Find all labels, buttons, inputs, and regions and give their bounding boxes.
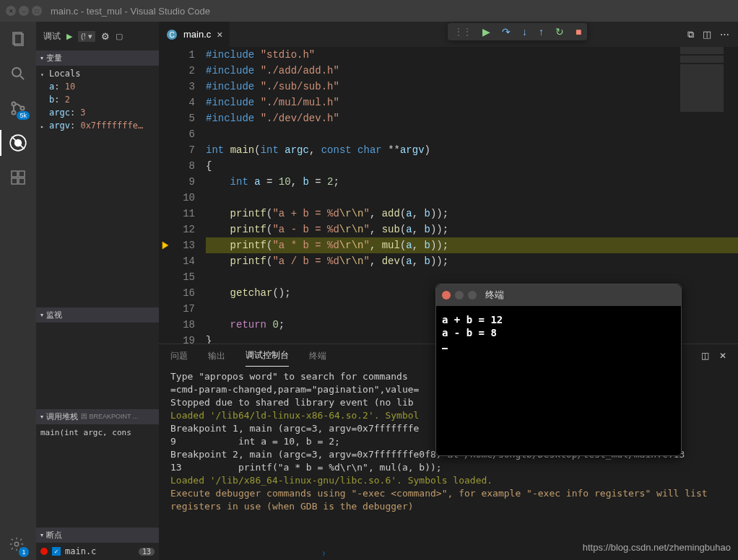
debug-config-select[interactable]: (! ▾: [78, 31, 95, 42]
watch-section[interactable]: ▾监视: [36, 307, 159, 323]
code-line[interactable]: #include "stdio.h": [206, 47, 738, 63]
stop-icon[interactable]: ■: [576, 26, 581, 38]
explorer-icon[interactable]: [8, 29, 28, 49]
code-line[interactable]: #include "./mul/mul.h": [206, 95, 738, 110]
checkbox-icon[interactable]: ✓: [52, 547, 61, 556]
glyph-margin[interactable]: [159, 222, 173, 237]
line-number[interactable]: 10: [173, 190, 195, 206]
code-line[interactable]: printf("a - b = %d\r\n", sub(a, b));: [206, 222, 738, 237]
line-number[interactable]: 4: [173, 95, 195, 110]
code-line[interactable]: int main(int argc, const char **argv): [206, 142, 738, 158]
glyph-margin[interactable]: [159, 95, 173, 110]
var-row[interactable]: argc: 3: [36, 106, 159, 119]
code-line[interactable]: [206, 269, 738, 285]
glyph-margin[interactable]: [159, 79, 173, 95]
term-close-icon[interactable]: [442, 291, 451, 299]
extensions-icon[interactable]: [8, 167, 28, 188]
code-line[interactable]: #include "./dev/dev.h": [206, 110, 738, 126]
code-line[interactable]: int a = 10, b = 2;: [206, 174, 738, 190]
glyph-margin[interactable]: [159, 126, 173, 142]
callstack-section[interactable]: ▾调用堆栈 因 BREAKPOINT ...: [36, 409, 159, 424]
step-into-icon[interactable]: ↓: [522, 26, 527, 38]
step-out-icon[interactable]: ↑: [539, 26, 544, 38]
glyph-margin[interactable]: [159, 237, 173, 253]
glyph-margin[interactable]: [159, 333, 173, 344]
line-number[interactable]: 6: [173, 126, 195, 142]
tab-debug-console[interactable]: 调试控制台: [246, 345, 289, 367]
code-line[interactable]: #include "./sub/sub.h": [206, 79, 738, 95]
line-number[interactable]: 7: [173, 142, 195, 158]
search-icon[interactable]: [8, 64, 28, 84]
code-line[interactable]: printf("a * b = %d\r\n", mul(a, b));: [206, 237, 738, 253]
panel-maximize-icon[interactable]: ◫: [701, 351, 709, 361]
tab-problems[interactable]: 问题: [170, 346, 188, 367]
line-number[interactable]: 11: [173, 206, 195, 222]
glyph-margin[interactable]: [159, 158, 173, 174]
line-number[interactable]: 8: [173, 158, 195, 174]
glyph-margin[interactable]: [159, 301, 173, 317]
stack-frame[interactable]: main(int argc, cons: [36, 426, 159, 439]
line-number[interactable]: 16: [173, 285, 195, 301]
grip-icon[interactable]: ⋮⋮: [453, 26, 471, 38]
line-number[interactable]: 5: [173, 110, 195, 126]
minimize-icon[interactable]: –: [19, 6, 29, 16]
line-number[interactable]: 18: [173, 317, 195, 333]
glyph-margin[interactable]: [159, 110, 173, 126]
code-line[interactable]: [206, 190, 738, 206]
code-line[interactable]: printf("a / b = %d\r\n", dev(a, b));: [206, 253, 738, 269]
restart-icon[interactable]: ↻: [555, 26, 564, 38]
continue-icon[interactable]: ▶: [482, 26, 490, 38]
breakpoint-item[interactable]: ✓ main.c 13: [36, 544, 159, 559]
var-row[interactable]: ▸ argv: 0x7fffffffe…: [36, 119, 159, 132]
line-number[interactable]: 9: [173, 174, 195, 190]
minimap[interactable]: [680, 47, 724, 134]
maximize-icon[interactable]: □: [32, 6, 42, 16]
line-number[interactable]: 17: [173, 301, 195, 317]
line-number[interactable]: 12: [173, 222, 195, 237]
debug-icon[interactable]: [8, 133, 28, 153]
code-line[interactable]: #include "./add/add.h": [206, 63, 738, 79]
tab-terminal[interactable]: 终端: [309, 346, 326, 367]
tab-output[interactable]: 输出: [208, 346, 225, 367]
step-over-icon[interactable]: ↷: [502, 26, 511, 38]
glyph-margin[interactable]: [159, 317, 173, 333]
glyph-margin[interactable]: [159, 63, 173, 79]
line-number[interactable]: 14: [173, 253, 195, 269]
breakpoints-section[interactable]: ▾断点: [36, 528, 159, 543]
term-max-icon[interactable]: [468, 291, 477, 299]
terminal-body[interactable]: a + b = 12 a - b = 8: [436, 306, 681, 455]
glyph-margin[interactable]: [159, 253, 173, 269]
tab-main-c[interactable]: C main.c ×: [159, 22, 230, 47]
terminal-window[interactable]: 终端 a + b = 12 a - b = 8: [435, 284, 682, 456]
line-number[interactable]: 2: [173, 63, 195, 79]
gear-icon[interactable]: ⚙: [101, 31, 110, 42]
glyph-margin[interactable]: [159, 174, 173, 190]
settings-icon[interactable]: 1: [9, 536, 25, 554]
source-control-icon[interactable]: 5k: [8, 98, 28, 118]
line-number[interactable]: 19: [173, 333, 195, 344]
var-row[interactable]: b: 2: [36, 93, 159, 106]
var-row[interactable]: a: 10: [36, 80, 159, 93]
split-editor-icon[interactable]: ◫: [703, 29, 711, 40]
line-number[interactable]: 3: [173, 79, 195, 95]
locals-group[interactable]: ▾ Locals: [36, 67, 159, 80]
compare-icon[interactable]: ⧉: [687, 29, 694, 40]
close-tab-icon[interactable]: ×: [217, 29, 222, 40]
code-line[interactable]: [206, 126, 738, 142]
terminal-titlebar[interactable]: 终端: [436, 284, 681, 306]
close-icon[interactable]: ✕: [6, 6, 16, 16]
line-number[interactable]: 1: [173, 47, 195, 63]
debug-console-toggle-icon[interactable]: ▢: [116, 32, 123, 41]
glyph-margin[interactable]: [159, 269, 173, 285]
glyph-margin[interactable]: [159, 285, 173, 301]
variables-section[interactable]: ▾变量: [36, 51, 159, 66]
panel-close-icon[interactable]: ✕: [719, 351, 726, 361]
glyph-margin[interactable]: [159, 190, 173, 206]
line-number[interactable]: 15: [173, 269, 195, 285]
line-number[interactable]: 13: [173, 237, 195, 253]
glyph-margin[interactable]: [159, 47, 173, 63]
code-line[interactable]: {: [206, 158, 738, 174]
debug-toolbar[interactable]: ⋮⋮ ▶ ↷ ↓ ↑ ↻ ■: [448, 23, 587, 40]
glyph-margin[interactable]: [159, 142, 173, 158]
glyph-margin[interactable]: [159, 206, 173, 222]
